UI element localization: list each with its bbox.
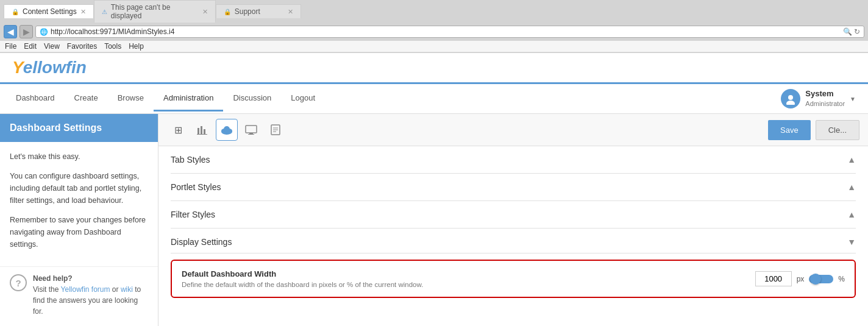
tab-close-3[interactable]: ✕ [288,8,293,16]
sidebar-intro: Let's make this easy. [10,151,148,163]
address-search-icon: 🔍 ↻ [843,27,860,36]
menu-file[interactable]: File [5,42,16,51]
tab-close-2[interactable]: ✕ [202,8,208,16]
user-dropdown-icon[interactable]: ▼ [850,96,856,102]
tab-label-3: Support [235,7,260,16]
browser-tab-error[interactable]: ⚠ This page can't be displayed ✕ [94,0,216,23]
help-link-wiki[interactable]: wiki [121,285,133,294]
action-buttons: Save Cle... [768,120,859,140]
nav-user: System Administrator ▼ [775,84,862,113]
browser-tab-support[interactable]: 🔒 Support ✕ [216,4,301,18]
section-filter-styles[interactable]: Filter Styles ▲ [171,201,856,229]
toggle-thumb [810,274,821,285]
section-display-settings-chevron: ▼ [847,237,856,247]
logo-rest: ellowfin [23,58,87,77]
toolbar-grid-icon[interactable]: ⊞ [167,119,189,141]
width-setting-desc: Define the default width of the dashboar… [182,281,423,288]
user-name: System [805,89,845,99]
tab-favicon-3: 🔒 [224,9,231,15]
browser-back-button[interactable]: ◀ [4,25,17,38]
icon-toolbar: ⊞ Save Cle... [158,114,868,146]
browser-forward-button[interactable]: ▶ [20,25,33,38]
section-filter-styles-label: Filter Styles [171,210,215,219]
section-display-settings[interactable]: Display Settings ▼ [171,229,856,253]
logo-area: Yellowfin [0,53,99,82]
px-label: px [797,275,805,283]
sidebar-reminder: Remember to save your changes before nav… [10,214,148,250]
tab-close-1[interactable]: ✕ [80,8,86,16]
nav-bar: Dashboard Create Browse Administration D… [0,84,868,114]
section-portlet-styles-label: Portlet Styles [171,182,221,192]
toolbar-bar-chart-icon[interactable] [191,119,213,141]
help-title: Need help? [33,274,73,283]
svg-point-0 [788,95,793,100]
menu-view[interactable]: View [44,42,60,51]
sidebar-header: Dashboard Settings [0,114,158,142]
svg-point-9 [224,126,230,132]
help-link-forum[interactable]: Yellowfin forum [61,285,110,294]
clear-button[interactable]: Cle... [816,120,859,140]
toolbar-monitor-icon[interactable] [240,119,262,141]
section-tab-styles-label: Tab Styles [171,155,210,165]
help-icon: ? [10,274,27,291]
browser-tab-content-settings[interactable]: 🔒 Content Settings ✕ [4,4,94,18]
section-filter-styles-chevron: ▲ [847,210,856,219]
width-setting-row: Default Dashboard Width Define the defau… [182,269,845,288]
save-button[interactable]: Save [768,120,811,140]
address-url: http://localhost:9971/MIAdminStyles.i4 [51,27,841,36]
section-portlet-styles[interactable]: Portlet Styles ▲ [171,174,856,201]
svg-rect-2 [197,128,199,134]
user-info: System Administrator [805,89,845,108]
svg-point-1 [786,101,795,105]
user-role: Administrator [805,99,845,108]
svg-rect-11 [249,133,253,134]
nav-item-discussion[interactable]: Discussion [223,86,281,112]
sidebar: Dashboard Settings Let's make this easy.… [0,114,158,326]
menu-help[interactable]: Help [129,42,144,51]
sidebar-description: You can configure dashboard settings, in… [10,170,148,207]
menu-edit[interactable]: Edit [24,42,37,51]
percent-label: % [838,275,845,283]
sidebar-help: ? Need help? Visit the Yellowfin forum o… [0,266,158,323]
app-header: Yellowfin [0,53,868,84]
user-avatar [781,89,800,108]
help-text: Need help? Visit the Yellowfin forum or … [33,273,148,317]
tab-favicon-2: ⚠ [102,9,107,15]
section-tab-styles-chevron: ▲ [847,155,856,165]
nav-item-browse[interactable]: Browse [108,86,154,112]
svg-rect-3 [201,126,202,134]
svg-rect-10 [246,126,257,133]
width-setting-labels: Default Dashboard Width Define the defau… [182,269,423,288]
main-layout: Dashboard Settings Let's make this easy.… [0,114,868,326]
toolbar-cloud-icon[interactable] [216,119,238,141]
browser-menubar: File Edit View Favorites Tools Help [0,41,868,52]
logo-y: Y [12,58,23,77]
browser-chrome: 🔒 Content Settings ✕ ⚠ This page can't b… [0,0,868,53]
toggle-track[interactable] [809,275,833,283]
tab-label-2: This page can't be displayed [111,3,199,20]
nav-item-create[interactable]: Create [65,86,108,112]
width-setting-control: px % [755,271,845,286]
menu-tools[interactable]: Tools [104,42,121,51]
browser-address-bar[interactable]: 🌐 http://localhost:9971/MIAdminStyles.i4… [35,26,864,38]
address-globe-icon: 🌐 [40,28,48,36]
width-input[interactable] [755,271,792,286]
nav-items: Dashboard Create Browse Administration D… [6,86,775,112]
browser-titlebar: ◀ ▶ 🌐 http://localhost:9971/MIAdminStyle… [0,23,868,41]
menu-favorites[interactable]: Favorites [67,42,97,51]
nav-item-administration[interactable]: Administration [154,86,223,112]
svg-rect-5 [197,134,207,135]
help-text-before: Visit the [33,285,61,294]
section-display-settings-label: Display Settings [171,237,232,247]
toggle-switch[interactable] [809,275,833,283]
nav-item-dashboard[interactable]: Dashboard [6,86,65,112]
section-tab-styles[interactable]: Tab Styles ▲ [171,146,856,174]
width-setting-label: Default Dashboard Width [182,269,423,278]
app-container: Yellowfin Dashboard Create Browse Admini… [0,53,868,326]
settings-area: Tab Styles ▲ Portlet Styles ▲ Filter Sty… [158,146,868,298]
toolbar-page-icon[interactable] [265,119,286,141]
browser-tabs: 🔒 Content Settings ✕ ⚠ This page can't b… [0,0,868,23]
logo: Yellowfin [12,58,87,77]
nav-item-logout[interactable]: Logout [281,86,325,112]
display-settings-box: Default Dashboard Width Define the defau… [171,260,856,298]
